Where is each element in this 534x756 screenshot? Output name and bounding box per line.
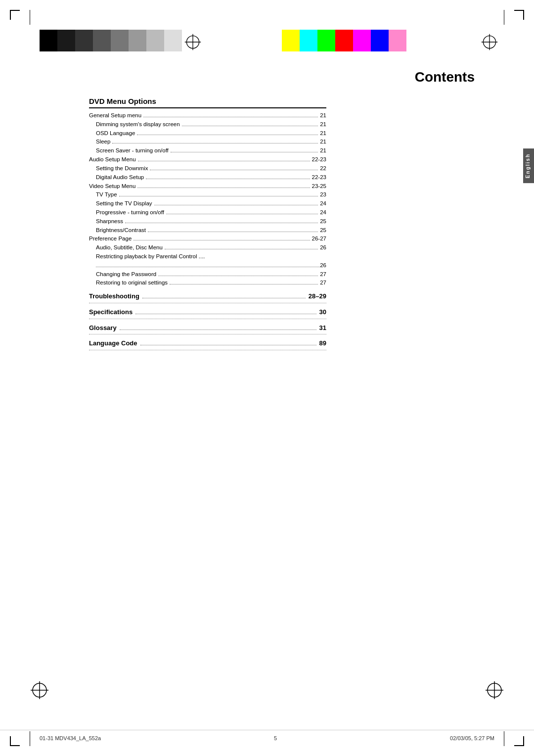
toc-label: OSD Language <box>96 129 135 138</box>
toc-dots <box>158 276 318 276</box>
toc-entry: OSD Language21 <box>89 129 326 138</box>
toc-dots <box>125 223 318 223</box>
major-section-dots <box>142 298 306 298</box>
grayscale-bar <box>164 30 182 51</box>
toc-entry: General Setup menu21 <box>89 111 326 120</box>
side-line <box>504 10 504 25</box>
color-bar <box>389 30 406 51</box>
toc-label: Restricting playback by Parental Control… <box>96 252 326 261</box>
toc-page: 23 <box>320 190 326 199</box>
color-bar <box>282 30 300 51</box>
toc-dots <box>171 152 318 152</box>
toc-dots <box>143 117 318 117</box>
major-section-dots <box>140 345 316 345</box>
toc-label: Setting the Downmix <box>96 164 148 173</box>
toc-page: 22-23 <box>312 155 326 164</box>
major-section-label: Language Code <box>89 337 137 350</box>
color-bar <box>317 30 335 51</box>
footer-left: 01-31 MDV434_LA_552a <box>40 735 101 741</box>
page-title: Contents <box>40 69 485 85</box>
corner-mark-tr <box>514 10 524 20</box>
crosshair-left <box>183 32 203 52</box>
toc-label: Changing the Password <box>96 270 156 279</box>
toc-label: Restoring to original settings <box>96 279 168 287</box>
toc-page: 21 <box>320 138 326 146</box>
toc-entry: Dimming system's display screen21 <box>89 120 326 129</box>
major-section-entry: Specifications30 <box>89 306 326 319</box>
major-section-label: Troubleshooting <box>89 290 139 303</box>
toc-label: Screen Saver - turning on/off <box>96 146 169 155</box>
toc-entry: Audio, Subtitle, Disc Menu26 <box>89 243 326 252</box>
toc-dots <box>119 196 318 196</box>
major-section-dots <box>135 314 316 314</box>
toc-dots <box>146 179 310 179</box>
toc-entry: Restoring to original settings27 <box>89 279 326 287</box>
toc-entry: Setting the TV Display24 <box>89 199 326 208</box>
toc-page: 26 <box>320 261 326 270</box>
toc-dots <box>137 188 310 188</box>
grayscale-bar <box>93 30 111 51</box>
footer-center: 5 <box>274 735 277 741</box>
toc-page: 21 <box>320 120 326 129</box>
toc-dots <box>170 284 318 284</box>
toc-entry: Brightness/Contrast25 <box>89 226 326 235</box>
color-bar <box>335 30 353 51</box>
toc-page: 22 <box>320 164 326 173</box>
dvd-menu-heading: DVD Menu Options <box>89 97 326 108</box>
toc-label: Brightness/Contrast <box>96 226 146 235</box>
toc-entry: Digital Audio Setup22-23 <box>89 173 326 182</box>
color-bar <box>353 30 371 51</box>
toc-dots <box>182 126 318 126</box>
side-line <box>30 10 30 25</box>
toc-label: Audio Setup Menu <box>89 155 136 164</box>
toc-entry: Audio Setup Menu22-23 <box>89 155 326 164</box>
major-sections-list: Troubleshooting28–29Specifications30Glos… <box>89 290 326 350</box>
main-content: Contents DVD Menu Options General Setup … <box>40 69 485 707</box>
toc-page: 21 <box>320 146 326 155</box>
toc-page: 25 <box>320 226 326 235</box>
toc-entry: Changing the Password27 <box>89 270 326 279</box>
toc-entry: Sleep21 <box>89 138 326 146</box>
toc-entry: Screen Saver - turning on/off21 <box>89 146 326 155</box>
footer-right: 02/03/05, 5:27 PM <box>450 735 494 741</box>
toc-page: 24 <box>320 199 326 208</box>
toc-dots <box>165 249 318 249</box>
major-section-label: Specifications <box>89 306 133 319</box>
crosshair-bottom-left <box>30 680 49 702</box>
toc-page: 22-23 <box>312 173 326 182</box>
toc-entry: Progressive - turning on/off24 <box>89 208 326 217</box>
major-section-entry: Glossary31 <box>89 322 326 335</box>
color-bar <box>406 30 424 51</box>
toc-dots <box>137 135 318 135</box>
toc-label: Video Setup Menu <box>89 182 135 191</box>
major-section-entry: Troubleshooting28–29 <box>89 290 326 303</box>
toc-page: 23-25 <box>312 182 326 191</box>
toc-entry: Preference Page26-27 <box>89 235 326 243</box>
toc-dots <box>166 214 318 214</box>
crosshair-right <box>480 32 499 52</box>
major-section-entry: Language Code89 <box>89 337 326 350</box>
toc-page: 25 <box>320 217 326 226</box>
grayscale-bar <box>75 30 93 51</box>
crosshair-bottom-right <box>485 680 504 702</box>
major-section-dots <box>120 330 316 330</box>
toc-label: General Setup menu <box>89 111 141 120</box>
toc-entry: Sharpness25 <box>89 217 326 226</box>
toc-entry: Restricting playback by Parental Control… <box>89 252 326 261</box>
toc-page: 27 <box>320 279 326 287</box>
toc-label: TV Type <box>96 190 117 199</box>
toc-label: Sharpness <box>96 217 123 226</box>
corner-mark-tl <box>10 10 20 20</box>
toc-label: Dimming system's display screen <box>96 120 180 129</box>
toc-page: 24 <box>320 208 326 217</box>
color-bar <box>300 30 317 51</box>
toc-label: Audio, Subtitle, Disc Menu <box>96 243 163 252</box>
english-tab: English <box>523 148 534 183</box>
grayscale-bar <box>111 30 129 51</box>
toc-dots <box>134 240 310 240</box>
toc-page: 26 <box>320 243 326 252</box>
toc-label: Progressive - turning on/off <box>96 208 164 217</box>
toc-page: 27 <box>320 270 326 279</box>
toc-page: 26-27 <box>312 235 326 243</box>
major-section-page: 28–29 <box>309 290 326 303</box>
